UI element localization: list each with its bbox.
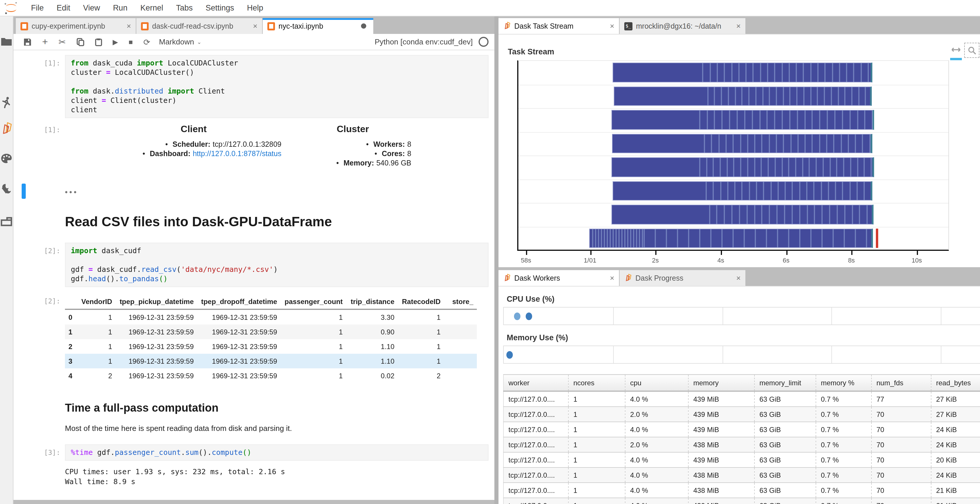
code-editor[interactable]: from dask_cuda import LocalCUDAClustercl… xyxy=(65,55,488,118)
cell-type-select[interactable]: Markdown ⌄ xyxy=(159,37,201,46)
task-segment-edge xyxy=(819,134,820,152)
menu-edit[interactable]: Edit xyxy=(50,3,77,12)
task-segment-edge xyxy=(812,111,813,129)
tab-dask-task-stream[interactable]: Dask Task Stream × xyxy=(498,18,620,34)
worker-dot[interactable] xyxy=(507,351,513,358)
gridline xyxy=(519,203,948,203)
tab-label: nyc-taxi.ipynb xyxy=(278,22,323,30)
task-segment-edge xyxy=(763,182,764,200)
workers-column-header[interactable]: worker xyxy=(503,374,568,391)
pane-divider[interactable] xyxy=(495,16,498,504)
task-segment-edge xyxy=(710,63,711,82)
workers-column-header[interactable]: read_bytes xyxy=(931,374,980,391)
workers-column-header[interactable]: memory_limit xyxy=(754,374,816,391)
box-zoom-icon[interactable] xyxy=(964,43,979,58)
workers-column-header[interactable]: memory xyxy=(688,374,754,391)
markdown-paragraph: Most of the time here is spent reading d… xyxy=(65,424,495,433)
menu-kernel[interactable]: Kernel xyxy=(134,3,170,12)
kernel-name[interactable]: Python [conda env:cudf_dev] xyxy=(375,37,473,46)
cut-cells-button[interactable]: ✂ xyxy=(53,34,71,50)
task-stream-bar[interactable] xyxy=(613,63,872,82)
pan-icon[interactable] xyxy=(949,43,963,57)
task-segment-edge xyxy=(762,134,763,152)
paste-cells-button[interactable] xyxy=(89,34,107,50)
task-segment-edge xyxy=(832,229,834,247)
workers-column-header[interactable]: cpu xyxy=(625,374,688,391)
task-segment-edge xyxy=(748,87,749,105)
close-icon[interactable]: × xyxy=(604,274,614,282)
tab-label: Dask Workers xyxy=(514,274,560,282)
add-cell-button[interactable]: + xyxy=(37,34,53,50)
menu-help[interactable]: Help xyxy=(240,3,270,12)
tab-dask-progress[interactable]: Dask Progress × xyxy=(620,270,746,286)
task-stream-bar[interactable] xyxy=(611,157,874,177)
code-cell-2[interactable]: [2]: import dask_cudfgdf = dask_cudf.rea… xyxy=(13,242,495,287)
task-segment-edge xyxy=(860,63,862,82)
close-icon[interactable]: × xyxy=(730,274,741,282)
task-segment-edge xyxy=(666,229,667,247)
task-segment-edge xyxy=(813,182,815,200)
task-segment-edge xyxy=(607,229,608,247)
task-segment-edge xyxy=(783,87,784,105)
task-segment-edge xyxy=(783,134,784,152)
file-browser-icon[interactable] xyxy=(0,35,13,48)
task-segment-edge xyxy=(677,229,678,247)
tab-dask-cudf-read-csv[interactable]: dask-cudf-read-csv.ipynb × xyxy=(136,18,263,34)
close-icon[interactable]: × xyxy=(604,22,614,30)
cpu-use-chart[interactable] xyxy=(503,307,980,325)
stdout-line: CPU times: user 1.93 s, sys: 232 ms, tot… xyxy=(65,467,488,477)
stop-kernel-button[interactable]: ■ xyxy=(123,34,138,50)
code-editor[interactable]: import dask_cudfgdf = dask_cudf.read_csv… xyxy=(65,242,488,287)
palette-icon[interactable] xyxy=(0,152,13,165)
close-icon[interactable]: × xyxy=(121,22,131,30)
save-button[interactable] xyxy=(18,34,37,50)
worker-dot[interactable] xyxy=(514,312,521,320)
task-segment-edge xyxy=(792,182,793,200)
collapsed-dots-icon[interactable]: ••• xyxy=(65,187,78,196)
axis-tick-label: 58s xyxy=(521,257,531,264)
tabs-icon[interactable] xyxy=(0,215,13,228)
code-editor[interactable]: %time gdf.passenger_count.sum().compute(… xyxy=(65,444,488,461)
task-stream-chart[interactable] xyxy=(517,60,949,251)
output-prompt: [2]: xyxy=(13,293,65,384)
axis-tick-label: 6s xyxy=(783,257,789,264)
workers-column-header[interactable]: memory % xyxy=(816,374,872,391)
run-cell-button[interactable]: ▶ xyxy=(107,34,123,50)
code-cell-3[interactable]: [3]: %time gdf.passenger_count.sum().com… xyxy=(13,444,495,461)
menu-tabs[interactable]: Tabs xyxy=(170,3,199,12)
dashboard-link[interactable]: http://127.0.0.1:8787/status xyxy=(193,150,282,158)
menu-settings[interactable]: Settings xyxy=(199,3,241,12)
close-icon[interactable]: × xyxy=(247,22,258,30)
tab-dask-workers[interactable]: Dask Workers × xyxy=(498,270,620,286)
copy-cells-button[interactable] xyxy=(71,34,89,50)
running-sessions-icon[interactable] xyxy=(0,96,13,109)
collapsed-cell[interactable]: ••• xyxy=(13,185,495,199)
code-cell-1[interactable]: [1]: from dask_cuda import LocalCUDAClus… xyxy=(13,55,495,118)
task-segment-edge xyxy=(721,229,722,247)
tab-cupy-experiment[interactable]: cupy-experiment.ipynb × xyxy=(16,18,136,34)
menu-view[interactable]: View xyxy=(76,3,107,12)
task-segment-edge xyxy=(724,205,725,223)
restart-kernel-button[interactable]: ⟳ xyxy=(138,34,155,50)
task-segment-edge xyxy=(592,229,593,247)
worker-dot[interactable] xyxy=(526,312,532,320)
task-segment-edge xyxy=(864,158,865,176)
menu-run[interactable]: Run xyxy=(107,3,134,12)
selected-cell-indicator xyxy=(22,184,26,199)
workers-column-header[interactable]: ncores xyxy=(568,374,625,391)
tab-terminal[interactable]: $_ mrocklin@dgx16: ~/data/n × xyxy=(620,18,746,34)
cell-type-value: Markdown xyxy=(159,37,194,46)
dask-icon[interactable] xyxy=(0,122,13,135)
workers-column-header[interactable]: num_fds xyxy=(872,374,931,391)
tab-nyc-taxi[interactable]: nyc-taxi.ipynb xyxy=(263,18,374,34)
notebook-file-icon xyxy=(21,22,28,30)
menu-file[interactable]: File xyxy=(25,3,50,12)
task-stream-bar[interactable] xyxy=(589,228,873,248)
memory-use-chart[interactable] xyxy=(503,346,980,364)
task-stream-bar[interactable] xyxy=(611,204,873,224)
close-icon[interactable]: × xyxy=(730,22,741,30)
tools-icon[interactable] xyxy=(0,182,13,195)
task-segment-edge xyxy=(810,87,811,105)
task-segment-edge xyxy=(729,111,730,129)
task-segment-edge xyxy=(854,229,856,247)
